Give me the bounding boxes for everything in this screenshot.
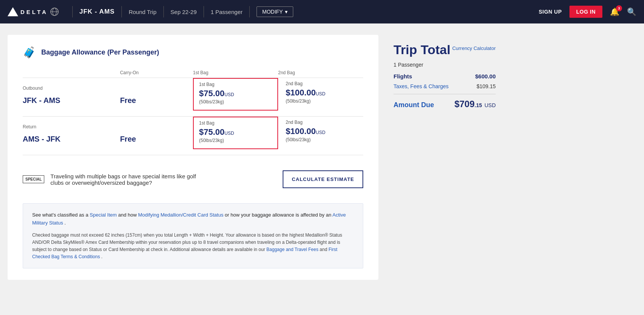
amount-due-row: Amount Due $709.15 USD [394, 99, 496, 109]
trip-total-sidebar: Trip Total Currency Calculator 1 Passeng… [386, 35, 499, 280]
modify-button[interactable]: MODIFY ▾ [257, 6, 293, 17]
return-row: Return AMS - JFK . Free 1st Bag $75.00US… [23, 117, 363, 155]
main-container: 🧳 Baggage Allowance (Per Passenger) Carr… [0, 23, 644, 291]
trip-total-title: Trip Total [394, 42, 450, 57]
outbound-bag2-price: $100.00USD [286, 88, 359, 98]
info-box-detail-text: Checked baggage must not exceed 62 inche… [32, 232, 354, 261]
return-bag2-price: $100.00USD [286, 126, 359, 136]
currency-calculator-link[interactable]: Currency Calculator [452, 45, 496, 51]
flights-amount: $600.00 [475, 73, 496, 80]
search-icon: 🔍 [627, 8, 636, 16]
delta-globe-icon [50, 8, 59, 16]
notification-badge: 3 [616, 5, 622, 11]
info-box: See what's classified as a Special Item … [23, 203, 363, 268]
logo-text: DELTA [20, 9, 48, 15]
amount-due-label: Amount Due [394, 101, 434, 109]
col-header-carryon: Carry-On [120, 66, 193, 78]
return-bag1-highlighted: 1st Bag $75.00USD (50lbs/23kg) [193, 117, 278, 149]
divider-1 [72, 6, 73, 17]
table-header-row: Carry-On 1st Bag 2nd Bag [23, 66, 363, 78]
calculate-estimate-button[interactable]: CALCULATE ESTIMATE [283, 170, 363, 188]
chevron-down-icon: ▾ [285, 9, 288, 15]
outbound-bag1-price: $75.00USD [199, 89, 272, 98]
return-bag2-label: 2nd Bag [286, 120, 359, 125]
amount-due-value: $709.15 USD [454, 99, 496, 109]
outbound-label: Outbound [23, 82, 120, 93]
outbound-bag2-weight: (50lbs/23kg) [286, 98, 359, 104]
delta-triangle-icon [8, 7, 18, 16]
col-header-bag2: 2nd Bag [278, 66, 363, 78]
main-header: DELTA JFK - AMS Round Trip Sep 22-29 1 P… [0, 0, 644, 23]
notifications-bell[interactable]: 🔔 3 [610, 7, 619, 16]
return-bag2-cell: 2nd Bag $100.00USD (50lbs/23kg) [278, 117, 363, 155]
flights-row: Flights $600.00 [394, 73, 496, 80]
divider-3 [163, 6, 164, 17]
estimate-description: Traveling with multiple bags or have spe… [50, 173, 209, 186]
outbound-bag2-cell: 2nd Bag $100.00USD (50lbs/23kg) [278, 78, 363, 117]
signup-button[interactable]: SIGN UP [539, 9, 562, 15]
special-baggage-icon: SPECIAL [23, 175, 44, 183]
return-bag1-price: $75.00USD [199, 127, 272, 137]
estimate-left: SPECIAL Traveling with multiple bags or … [23, 173, 209, 186]
outbound-carryon-value: Free [120, 93, 169, 111]
baggage-section-header: 🧳 Baggage Allowance (Per Passenger) [23, 46, 363, 59]
return-bag2-weight: (50lbs/23kg) [286, 137, 359, 142]
return-carryon-cell: . Free [120, 117, 193, 155]
outbound-route: JFK - AMS [23, 93, 98, 111]
taxes-amount: $109.15 [476, 83, 496, 89]
route-display: JFK - AMS [79, 8, 115, 16]
return-bag1-weight: (50lbs/23kg) [199, 138, 272, 143]
divider-2 [121, 6, 122, 17]
return-bag1-cell: 1st Bag $75.00USD (50lbs/23kg) [193, 117, 278, 155]
return-carryon-value: Free [120, 132, 169, 150]
return-bag1-label: 1st Bag [199, 120, 272, 126]
divider-5 [249, 6, 250, 17]
login-button[interactable]: LOG IN [569, 6, 602, 18]
delta-logo[interactable]: DELTA [8, 7, 59, 16]
info-box-main-text: See what's classified as a Special Item … [32, 211, 354, 227]
outbound-bag2-label: 2nd Bag [286, 81, 359, 86]
medallion-link[interactable]: Modifying Medallion/Credit Card Status [138, 212, 223, 218]
special-item-link[interactable]: Special Item [90, 212, 117, 218]
return-route: AMS - JFK [23, 132, 98, 150]
estimate-section: SPECIAL Traveling with multiple bags or … [23, 167, 363, 192]
taxes-row: Taxes, Fees & Charges $109.15 [394, 83, 496, 89]
baggage-icon: 🧳 [23, 46, 36, 59]
taxes-label: Taxes, Fees & Charges [394, 83, 449, 89]
outbound-bag1-weight: (50lbs/23kg) [199, 99, 272, 104]
return-label-cell: Return AMS - JFK [23, 117, 120, 155]
baggage-title: Baggage Allowance (Per Passenger) [41, 48, 159, 56]
trip-passenger-count: 1 Passenger [394, 62, 496, 68]
col-header-route [23, 66, 120, 78]
outbound-bag1-cell: 1st Bag $75.00USD (50lbs/23kg) [193, 78, 278, 117]
content-panel: 🧳 Baggage Allowance (Per Passenger) Carr… [8, 35, 378, 280]
col-header-bag1: 1st Bag [193, 66, 278, 78]
divider-4 [204, 6, 204, 17]
outbound-bag1-highlighted: 1st Bag $75.00USD (50lbs/23kg) [193, 78, 278, 111]
outbound-row: Outbound JFK - AMS Carry-On Free 1st Bag… [23, 78, 363, 117]
outbound-bag1-label: 1st Bag [199, 82, 272, 87]
baggage-fees-link[interactable]: Baggage and Travel Fees [266, 247, 318, 252]
return-label: Return [23, 120, 120, 132]
trip-divider [394, 94, 496, 94]
trip-total-header: Trip Total Currency Calculator [394, 42, 496, 59]
dates-display: Sep 22-29 [171, 9, 197, 15]
flights-label: Flights [394, 73, 412, 80]
header-right-actions: SIGN UP LOG IN 🔔 3 🔍 [539, 6, 636, 18]
search-button[interactable]: 🔍 [627, 7, 636, 16]
baggage-table: Carry-On 1st Bag 2nd Bag Outbound JFK - … [23, 66, 363, 155]
passengers-display: 1 Passenger [211, 9, 243, 15]
outbound-label-cell: Outbound JFK - AMS [23, 78, 120, 117]
outbound-carryon-cell: Carry-On Free [120, 78, 193, 117]
trip-type-display: Round Trip [129, 9, 156, 15]
